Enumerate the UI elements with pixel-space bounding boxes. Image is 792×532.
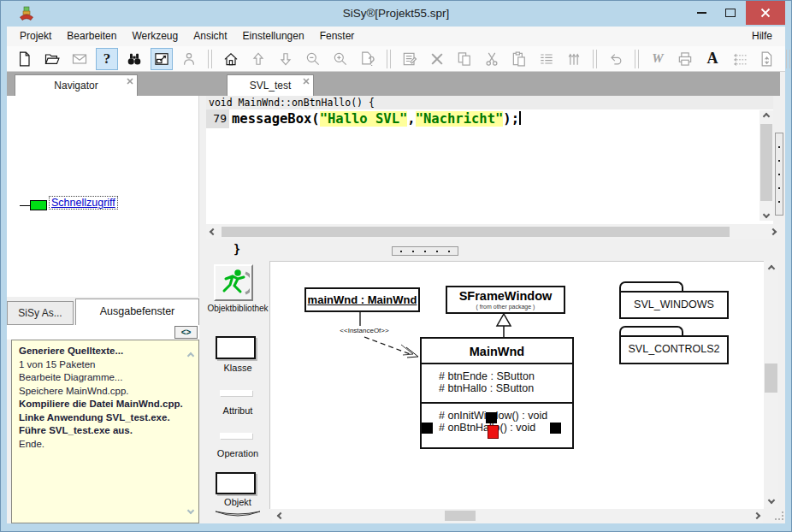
code-editor-area[interactable] (206, 128, 773, 224)
navigate-up-button[interactable] (247, 48, 269, 70)
scroll-up-icon[interactable] (188, 346, 193, 362)
menu-werkzeug[interactable]: Werkzeug (124, 27, 186, 46)
class-tool[interactable] (216, 336, 256, 359)
project-node-icon[interactable] (30, 200, 47, 210)
attribute-tool[interactable] (220, 390, 252, 396)
zoom-in-icon (332, 50, 349, 68)
document-help-button[interactable] (357, 48, 379, 70)
menu-bearbeiten[interactable]: Bearbeiten (59, 27, 124, 46)
option-arrows-button[interactable] (729, 48, 751, 70)
palette-scroll-down-icon[interactable] (214, 510, 262, 520)
paste-button[interactable] (508, 48, 530, 70)
delete-button[interactable] (426, 48, 448, 70)
output-console[interactable]: Generiere Quelltexte... 1 von 15 Paketen… (11, 340, 199, 523)
selection-handle[interactable] (486, 412, 497, 423)
object-tool[interactable] (216, 472, 256, 494)
editor-tab-close-button[interactable] (302, 77, 310, 86)
diagram-hscroll-thumb[interactable] (445, 511, 476, 521)
selection-handle[interactable] (422, 423, 433, 434)
operation-marker-red[interactable] (488, 425, 499, 439)
tree-item-schnellzugriff[interactable]: Schnellzugriff (50, 197, 117, 209)
document-help-icon (359, 50, 376, 68)
print-button[interactable] (674, 48, 696, 70)
new-document-button[interactable] (14, 48, 36, 70)
editor-tab-svl-test[interactable]: SVL_test (227, 74, 314, 96)
attribute-btnende[interactable]: # btnEnde : SButton (439, 370, 572, 382)
document-refresh-button[interactable] (756, 48, 778, 70)
vertical-splitter-handle[interactable] (775, 133, 783, 216)
minimize-button[interactable] (688, 0, 715, 26)
attribute-btnhallo[interactable]: # btnHallo : SButton (439, 382, 572, 394)
navigator-panel-tab[interactable]: Navigator (15, 74, 138, 96)
selection-handle[interactable] (550, 423, 561, 434)
close-button[interactable] (746, 1, 785, 25)
close-icon (760, 8, 771, 18)
open-folder-button[interactable] (41, 48, 63, 70)
diagram-window-button[interactable] (151, 48, 173, 70)
tool-palette: Objektbibliothek Klasse Attribut Operati… (206, 261, 269, 523)
cut-scissors-icon (483, 50, 500, 68)
menu-ansicht[interactable]: Ansicht (186, 27, 234, 46)
code-current-line[interactable]: 79 messageBox("Hallo SVL","Nachricht"); (206, 109, 773, 128)
word-icon: W (652, 51, 663, 66)
search-binoculars-icon (126, 50, 143, 68)
diagram-scroll-down-button[interactable] (764, 494, 778, 506)
send-mail-button[interactable] (68, 48, 91, 70)
font-button[interactable]: A (701, 48, 724, 70)
instance-box-mainwnd[interactable]: mainWnd : MainWnd (304, 287, 420, 312)
menu-fenster[interactable]: Fenster (312, 27, 363, 46)
editor-scroll-down-button[interactable] (759, 209, 773, 221)
menu-einstellungen[interactable]: Einstellungen (235, 27, 312, 46)
class-box-sframewindow[interactable]: SFrameWindow ( from other package ) (446, 286, 565, 314)
package-svl-windows[interactable]: SVL_WINDOWS (619, 291, 729, 319)
list-detail-button[interactable] (535, 48, 558, 70)
word-export-button[interactable]: W (647, 48, 669, 70)
package-svl-controls2[interactable]: SVL_CONTROLS2 (619, 335, 729, 364)
tab-ausgabefenster[interactable]: Ausgabefenster (75, 299, 199, 325)
operation-oninitwindow[interactable]: # onInitWindow() : void (439, 410, 572, 422)
home-button[interactable] (220, 48, 242, 70)
editor-scroll-right-button[interactable] (766, 225, 780, 239)
output-line: Führe SVL_test.exe aus. (19, 424, 192, 438)
diagram-scroll-left-button[interactable] (274, 509, 287, 523)
person-button[interactable] (178, 48, 200, 70)
navigator-tab-close-button[interactable] (126, 77, 134, 86)
running-man-icon (217, 268, 250, 299)
editor-scroll-left-button[interactable] (206, 225, 220, 239)
horizontal-splitter-handle[interactable] (392, 246, 458, 256)
palette-label-operation: Operation (206, 448, 269, 458)
editor-vscroll-thumb[interactable] (760, 124, 772, 201)
resize-grip[interactable] (775, 511, 785, 522)
edit-properties-button[interactable] (399, 48, 421, 70)
cut-button[interactable] (481, 48, 503, 70)
output-line: Speichere MainWnd.cpp. (19, 385, 192, 399)
object-library-button[interactable] (214, 264, 253, 301)
zoom-out-button[interactable] (302, 48, 324, 70)
code-view-button[interactable]: <> (174, 326, 198, 339)
uml-diagram-canvas[interactable]: mainWnd : MainWnd SFrameWindow ( from ot… (269, 261, 764, 509)
navigate-down-button[interactable] (275, 48, 297, 70)
diagram-hscrollbar[interactable] (272, 509, 763, 523)
scroll-down-icon[interactable] (188, 501, 193, 517)
undo-button[interactable] (605, 48, 627, 70)
copy-button[interactable] (453, 48, 476, 70)
menu-projekt[interactable]: Projekt (12, 27, 59, 46)
operation-tool[interactable] (220, 433, 252, 439)
zoom-out-icon (304, 50, 322, 68)
window-title: SiSy®[Projekt55.spr] (0, 0, 792, 27)
toolbar-separator (786, 50, 790, 68)
maximize-button[interactable] (717, 0, 744, 26)
editor-scroll-up-button[interactable] (759, 110, 773, 122)
editor-hscroll-thumb[interactable] (222, 227, 730, 237)
zoom-in-button[interactable] (329, 48, 352, 70)
diagram-scroll-right-button[interactable] (750, 509, 763, 523)
sort-columns-button[interactable] (563, 48, 585, 70)
tab-sisy-assistent[interactable]: SiSy As... (7, 301, 74, 325)
option-arrows-icon (731, 50, 748, 68)
home-icon (222, 50, 239, 68)
menu-hilfe[interactable]: Hilfe (744, 27, 780, 46)
search-button[interactable] (123, 48, 145, 70)
help-button[interactable]: ? (96, 48, 118, 70)
diagram-scroll-up-button[interactable] (764, 262, 778, 275)
diagram-vscroll-thumb[interactable] (765, 364, 777, 393)
